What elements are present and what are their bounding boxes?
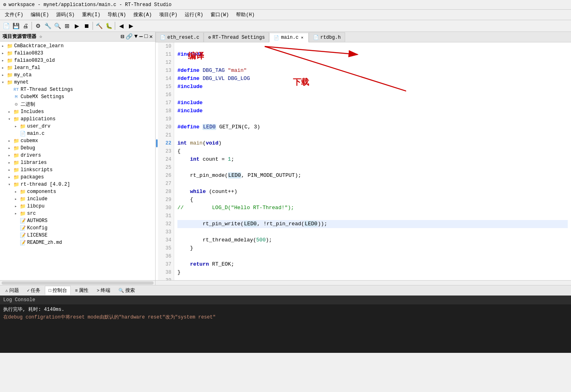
sidebar-item-components[interactable]: ▸📁components — [0, 188, 155, 195]
menu-item-h[interactable]: 帮助(H) — [233, 10, 258, 19]
stop-btn[interactable]: ⏹ — [82, 21, 91, 30]
tree-label-drivers: drivers — [21, 153, 41, 158]
line-number-32: 32 — [160, 220, 171, 228]
tree-arrow-src: ▸ — [15, 211, 19, 216]
menu-item-i[interactable]: 重构(I) — [79, 10, 104, 19]
sidebar-item-license[interactable]: 📝LICENSE — [0, 232, 155, 239]
line-number-24: 24 — [160, 155, 171, 164]
tree-icon-faliao0823: 📁 — [6, 50, 13, 57]
tab-icon-rtdbg_h: 📄 — [313, 35, 319, 40]
sidebar-item-faliao0823[interactable]: ▸📁faliao0823 — [0, 50, 155, 57]
sidebar-item-drivers[interactable]: ▸📁drivers — [0, 152, 155, 159]
back-btn[interactable]: ◀ — [117, 21, 126, 30]
minimize-icon[interactable]: — — [139, 33, 143, 40]
sidebar-item-libcpu[interactable]: ▸📁libcpu — [0, 203, 155, 210]
sidebar-item-mynet[interactable]: ▾📁mynet — [0, 79, 155, 86]
console-area[interactable]: 执行完毕, 耗时: 4140ms.在debug configration中将re… — [0, 304, 571, 353]
forward-btn[interactable]: ▶ — [126, 21, 135, 30]
editor-bottom-bar — [156, 280, 571, 285]
sidebar-item-src[interactable]: ▸📁src — [0, 210, 155, 217]
menu-item-w[interactable]: 窗口(W) — [207, 10, 232, 19]
sidebar-item-faliao0823_old[interactable]: ▸📁faliao0823_old — [0, 57, 155, 64]
new-btn[interactable]: 📄 — [2, 21, 11, 30]
sidebar-item-readme[interactable]: 📝README_zh.md — [0, 239, 155, 246]
save-btn[interactable]: 💾 — [11, 21, 20, 30]
sidebar-item-learn_fal[interactable]: ▸📁learn_fal — [0, 64, 155, 71]
settings-btn[interactable]: ⚙ — [34, 21, 42, 30]
tree-arrow-libraries: ▸ — [8, 160, 13, 165]
sidebar-item-debug[interactable]: ▸📁Debug — [0, 145, 155, 152]
sidebar-item-cmbacktrace[interactable]: ▸📁CmBacktrace_learn — [0, 42, 155, 50]
tools-btn[interactable]: 🔧 — [43, 21, 52, 30]
code-lines: #include #define DBG_TAG "main"#define D… — [174, 42, 571, 280]
debug-btn[interactable]: 🐛 — [104, 21, 113, 30]
bottom-tab-properties[interactable]: ≡属性 — [72, 286, 93, 295]
sidebar-item-applications[interactable]: ▾📁applications — [0, 115, 155, 123]
sidebar-tree[interactable]: ▸📁CmBacktrace_learn▸📁faliao0823▸📁faliao0… — [0, 42, 155, 280]
editor-tab-main_c[interactable]: 📄main.c✕ — [269, 33, 308, 42]
menu-icon[interactable]: ▼ — [134, 33, 137, 40]
sidebar-item-kconfig[interactable]: 📝Kconfig — [0, 224, 155, 232]
sidebar-item-binary[interactable]: ⚙二进制 — [0, 101, 155, 108]
menu-item-a[interactable]: 搜索(A) — [130, 10, 155, 19]
close-icon[interactable]: ✕ — [150, 33, 153, 40]
sidebar-item-user_drv[interactable]: ▸📁user_drv — [0, 123, 155, 130]
build-btn[interactable]: 🔨 — [95, 21, 103, 30]
code-line-11: #include — [177, 50, 568, 59]
run-btn[interactable]: ▶ — [72, 21, 81, 30]
menu-item-r[interactable]: 运行(R) — [181, 10, 206, 19]
collapse-icon[interactable]: ⊟ — [121, 33, 124, 40]
sidebar-item-libraries[interactable]: ▸📁libraries — [0, 159, 155, 166]
tree-icon-cmbacktrace: 📁 — [6, 43, 13, 49]
menu-item-p[interactable]: 项目(P) — [156, 10, 181, 19]
bottom-tab-problems[interactable]: ⚠问题 — [2, 286, 23, 295]
code-line-22: int main(void) — [177, 139, 568, 147]
bottom-tab-terminal[interactable]: >终端 — [93, 286, 114, 295]
menu-item-s[interactable]: 源码(S) — [53, 10, 78, 19]
editor-tab-eth_reset[interactable]: 📄eth_reset.c — [156, 32, 204, 42]
line-number-15: 15 — [160, 83, 171, 91]
editor-tab-rt_settings[interactable]: ⚙RT-Thread Settings — [204, 32, 269, 42]
tab-close-main_c[interactable]: ✕ — [300, 35, 304, 40]
menu-item-n[interactable]: 导航(N) — [104, 10, 129, 19]
sidebar-item-include[interactable]: ▸📁include — [0, 195, 155, 203]
line-number-14: 14 — [160, 75, 171, 83]
menu-item-f[interactable]: 文件(F) — [2, 10, 27, 19]
sidebar-item-cubemx[interactable]: ▸📁cubemx — [0, 137, 155, 145]
sidebar-item-cubemx_settings[interactable]: MCubeMX Settings — [0, 93, 155, 101]
link-icon[interactable]: 🔗 — [126, 33, 133, 40]
bottom-tab-search[interactable]: 🔍搜索 — [115, 286, 139, 295]
tree-icon-readme: 📝 — [19, 239, 26, 246]
console-title-text: Log Console — [3, 297, 35, 303]
tree-label-faliao0823: faliao0823 — [14, 50, 43, 56]
bottom-tab-tasks[interactable]: ✓任务 — [23, 286, 44, 295]
code-line-25 — [177, 164, 568, 172]
sidebar-item-rt_thread_settings[interactable]: RTRT-Thread Settings — [0, 86, 155, 93]
tree-label-include: include — [27, 196, 47, 202]
grid-btn[interactable]: ⊞ — [63, 21, 72, 30]
sidebar-item-authors[interactable]: 📝AUTHORS — [0, 217, 155, 224]
sidebar-item-packages[interactable]: ▸📁packages — [0, 174, 155, 181]
menu-item-e[interactable]: 编辑(E) — [27, 10, 53, 19]
editor-content[interactable]: 1011121314151617181920212223242526272829… — [156, 42, 571, 280]
bottom-tab-console[interactable]: □控制台 — [45, 286, 71, 295]
code-line-30: // LOG_D("Hello RT-Thread!"); — [177, 204, 568, 212]
tree-icon-linkscripts: 📁 — [13, 167, 19, 173]
code-container: 1011121314151617181920212223242526272829… — [156, 42, 571, 280]
sidebar-title: 项目资源管理器 ☆ — [2, 33, 42, 40]
tree-arrow-faliao0823: ▸ — [2, 51, 6, 56]
maximize-icon[interactable]: □ — [144, 33, 147, 40]
sidebar-item-linkscripts[interactable]: ▸📁linkscripts — [0, 166, 155, 174]
sidebar-item-includes[interactable]: ▸📁Includes — [0, 108, 155, 115]
print-btn[interactable]: 🖨 — [21, 21, 30, 30]
tree-label-kconfig: Kconfig — [27, 225, 47, 231]
sidebar-item-main_c[interactable]: 📄main.c — [0, 130, 155, 137]
editor-tab-rtdbg_h[interactable]: 📄rtdbg.h — [309, 32, 345, 42]
code-line-19 — [177, 115, 568, 123]
bottom-tab-icon-tasks: ✓ — [27, 288, 30, 293]
sidebar-item-rt_thread[interactable]: ▾📁rt-thread [4.0.2] — [0, 181, 155, 188]
search-icon[interactable]: 🔍 — [53, 21, 62, 30]
tab-label-rt_settings: RT-Thread Settings — [213, 35, 265, 40]
sidebar-item-my_ota[interactable]: ▸📁my_ota — [0, 71, 155, 79]
sidebar-horizontal-scrollbar[interactable] — [2, 281, 154, 285]
